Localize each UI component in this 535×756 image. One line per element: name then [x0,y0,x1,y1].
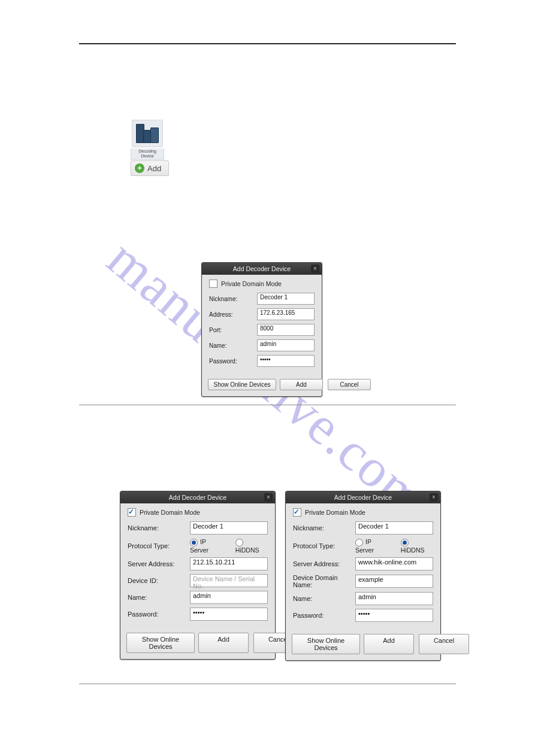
private-domain-label: Private Domain Mode [140,509,200,516]
decoding-device-label: Decoding Device [131,148,164,160]
add-decoder-dialog-ipserver: Add Decoder Device × Private Domain Mode… [120,491,276,660]
add-confirm-button[interactable]: Add [280,379,323,390]
close-icon[interactable]: × [264,493,273,502]
dialog-title: Add Decoder Device × [286,491,440,503]
hiddns-radio[interactable]: HiDDNS [401,538,433,554]
password-label: Password: [209,358,257,365]
nickname-label: Nickname: [293,524,355,532]
device-id-input[interactable]: Device Name / Serial No. [190,574,268,587]
nickname-input[interactable]: Decoder 1 [257,293,315,305]
password-label: Password: [128,611,190,618]
dialog-title: Add Decoder Device × [202,263,322,275]
name-input[interactable]: admin [355,592,433,605]
private-domain-label: Private Domain Mode [305,509,365,516]
nickname-label: Nickname: [128,524,190,532]
add-decoder-dialog-basic: Add Decoder Device × Private Domain Mode… [201,262,322,397]
password-input[interactable]: ••••• [190,608,268,621]
protocol-type-label: Protocol Type: [128,542,190,549]
server-address-input[interactable]: www.hik-online.com [355,557,433,570]
show-online-devices-button[interactable]: Show Online Devices [292,634,360,654]
device-domain-name-input[interactable]: example [355,575,433,588]
protocol-type-label: Protocol Type: [293,542,355,549]
port-input[interactable]: 8000 [257,324,315,336]
name-input[interactable]: admin [257,339,315,351]
name-label: Name: [209,342,257,349]
hiddns-radio[interactable]: HiDDNS [235,538,268,554]
add-confirm-button[interactable]: Add [198,633,249,653]
device-id-label: Device ID: [128,577,190,584]
server-address-label: Server Address: [293,560,355,567]
add-button-label: Add [147,164,161,173]
decoding-device-icon-block[interactable]: Decoding Device [131,120,164,160]
header-rule [79,43,456,44]
server-address-label: Server Address: [128,560,190,567]
address-label: Address: [209,311,257,318]
dialog-title: Add Decoder Device × [120,491,275,503]
section-rule [79,405,456,405]
ip-server-radio[interactable]: IP Server [190,538,225,554]
private-domain-checkbox[interactable] [128,508,136,517]
show-online-devices-button[interactable]: Show Online Devices [126,633,195,653]
nickname-input[interactable]: Decoder 1 [355,521,433,535]
password-input[interactable]: ••••• [257,355,315,367]
name-label: Name: [293,595,355,602]
device-domain-name-label: Device Domain Name: [293,574,355,588]
ip-server-radio[interactable]: IP Server [355,538,390,554]
server-rack-icon [132,120,163,147]
address-input[interactable]: 172.6.23.165 [257,308,315,320]
close-icon[interactable]: × [430,493,438,502]
name-input[interactable]: admin [190,591,268,604]
close-icon[interactable]: × [311,265,319,273]
password-label: Password: [293,612,355,619]
private-domain-label: Private Domain Mode [221,280,282,287]
port-label: Port: [209,327,257,333]
private-domain-checkbox[interactable] [293,508,301,517]
name-label: Name: [128,594,190,601]
add-confirm-button[interactable]: Add [364,634,414,654]
show-online-devices-button[interactable]: Show Online Devices [208,379,276,390]
password-input[interactable]: ••••• [355,609,433,622]
private-domain-checkbox[interactable] [209,280,217,288]
nickname-label: Nickname: [209,296,257,302]
add-button[interactable]: + Add [131,160,169,176]
server-address-input[interactable]: 212.15.10.211 [190,557,268,570]
plus-icon: + [135,163,144,173]
section-rule [79,684,456,684]
cancel-button[interactable]: Cancel [328,379,371,390]
nickname-input[interactable]: Decoder 1 [190,521,268,535]
add-decoder-dialog-hiddns: Add Decoder Device × Private Domain Mode… [285,491,441,661]
cancel-button[interactable]: Cancel [419,634,469,654]
